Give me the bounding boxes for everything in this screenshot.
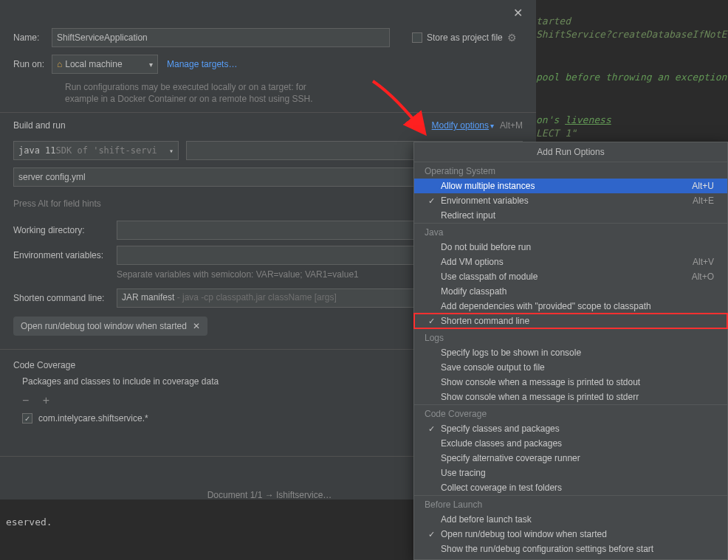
- check-icon: ✓: [425, 196, 438, 206]
- popup-item-label: Modify classpath: [438, 286, 717, 297]
- popup-item[interactable]: Exclude classes and packages: [414, 436, 727, 451]
- check-icon: ✓: [425, 424, 438, 434]
- runon-hint: Run configurations may be executed local…: [65, 81, 523, 105]
- popup-item-shortcut: Alt+O: [692, 272, 717, 282]
- check-icon: ✓: [425, 317, 438, 326]
- close-icon[interactable]: ✕: [513, 6, 523, 20]
- popup-item-label: Do not build before run: [438, 242, 717, 252]
- popup-item-label: Specify alternative coverage runner: [438, 453, 717, 463]
- config-name-input[interactable]: [52, 28, 390, 47]
- working-dir-label: Working directory:: [13, 225, 117, 235]
- store-as-file[interactable]: Store as project file ⚙: [412, 32, 517, 44]
- popup-item[interactable]: Specify alternative coverage runner: [414, 451, 727, 466]
- gear-icon[interactable]: ⚙: [507, 32, 517, 44]
- close-icon[interactable]: ✕: [193, 321, 200, 331]
- chevron-down-icon: ▾: [169, 147, 174, 155]
- popup-item[interactable]: Use tracing: [414, 466, 727, 480]
- popup-item-label: Save console output to file: [438, 362, 717, 373]
- popup-item-label: Use classpath of module: [438, 272, 692, 282]
- env-vars-label: Environment variables:: [13, 250, 117, 260]
- popup-item[interactable]: Modify classpath: [414, 284, 727, 299]
- runon-select[interactable]: ⌂ Local machine ▾: [52, 55, 158, 74]
- popup-item-label: Shorten command line: [438, 316, 717, 326]
- popup-group-header: Logs: [414, 328, 727, 345]
- popup-item[interactable]: Allow multiple instancesAlt+U: [414, 179, 727, 193]
- popup-item-shortcut: Alt+U: [692, 181, 717, 191]
- popup-item-label: Specify classes and packages: [438, 424, 717, 434]
- remove-icon[interactable]: −: [22, 394, 29, 407]
- add-run-options-popup: Add Run Options Operating SystemAllow mu…: [413, 142, 728, 560]
- popup-item-label: Open run/debug tool window when started: [438, 529, 717, 539]
- popup-item-shortcut: Alt+V: [693, 257, 717, 267]
- popup-item[interactable]: Show the run/debug configuration setting…: [414, 542, 727, 556]
- popup-item-label: Environment variables: [438, 196, 693, 206]
- shorten-label: Shorten command line:: [13, 293, 117, 303]
- open-tool-window-chip[interactable]: Open run/debug tool window when started …: [13, 317, 207, 336]
- popup-item[interactable]: Do not build before run: [414, 240, 727, 255]
- add-icon[interactable]: +: [43, 394, 49, 407]
- popup-group-header: Java: [414, 223, 727, 240]
- popup-item[interactable]: Collect coverage in test folders: [414, 480, 727, 495]
- popup-item[interactable]: ✓Specify classes and packages: [414, 421, 727, 436]
- popup-item[interactable]: Add dependencies with "provided" scope t…: [414, 299, 727, 314]
- popup-group-header: Operating System: [414, 162, 727, 179]
- popup-item[interactable]: ✓Environment variablesAlt+E: [414, 193, 727, 208]
- modify-shortcut: Alt+M: [500, 120, 523, 131]
- popup-group-header: Before Launch: [414, 495, 727, 512]
- popup-item[interactable]: Redirect input: [414, 208, 727, 223]
- runon-label: Run on:: [13, 59, 52, 69]
- popup-title: Add Run Options: [414, 142, 727, 162]
- popup-item-label: Show console when a message is printed t…: [438, 377, 717, 387]
- popup-item[interactable]: Show console when a message is printed t…: [414, 375, 727, 390]
- checkbox-icon[interactable]: [412, 32, 422, 43]
- popup-group-header: Code Coverage: [414, 404, 727, 421]
- popup-item-label: Use tracing: [438, 468, 717, 478]
- popup-item-label: Add before launch task: [438, 514, 717, 525]
- popup-item[interactable]: Add before launch task: [414, 512, 727, 527]
- home-icon: ⌂: [57, 59, 62, 69]
- popup-item-label: Allow multiple instances: [438, 181, 692, 191]
- popup-item-label: Exclude classes and packages: [438, 438, 717, 449]
- popup-item-label: Collect coverage in test folders: [438, 483, 717, 493]
- name-label: Name:: [13, 32, 52, 43]
- popup-item[interactable]: ✓Shorten command line: [414, 314, 727, 328]
- popup-item[interactable]: Specify logs to be shown in console: [414, 345, 727, 360]
- popup-item-shortcut: Alt+E: [693, 196, 717, 206]
- popup-item-label: Add VM options: [438, 257, 693, 267]
- popup-item-label: Show console when a message is printed t…: [438, 392, 717, 402]
- manage-targets-link[interactable]: Manage targets…: [167, 59, 237, 69]
- chevron-down-icon: ▾: [149, 61, 153, 69]
- popup-item[interactable]: ✓Open run/debug tool window when started: [414, 527, 727, 542]
- jdk-select[interactable]: java 11 SDK of 'shift-servi ▾: [13, 141, 179, 160]
- popup-item[interactable]: Save console output to file: [414, 360, 727, 375]
- popup-item-label: Add dependencies with "provided" scope t…: [438, 301, 717, 311]
- modify-options-link[interactable]: Modify options: [432, 120, 489, 131]
- popup-item-label: Show the run/debug configuration setting…: [438, 544, 717, 554]
- popup-item[interactable]: Add VM optionsAlt+V: [414, 255, 727, 269]
- popup-item[interactable]: Show console when a message is printed t…: [414, 390, 727, 404]
- popup-item-label: Redirect input: [438, 210, 717, 221]
- build-and-run-title: Build and run: [13, 113, 66, 138]
- chevron-down-icon: ▾: [490, 122, 494, 130]
- check-icon: ✓: [425, 530, 438, 539]
- checkbox-icon[interactable]: ✓: [22, 413, 32, 424]
- popup-item-label: Specify logs to be shown in console: [438, 348, 717, 358]
- popup-item[interactable]: Use classpath of moduleAlt+O: [414, 269, 727, 284]
